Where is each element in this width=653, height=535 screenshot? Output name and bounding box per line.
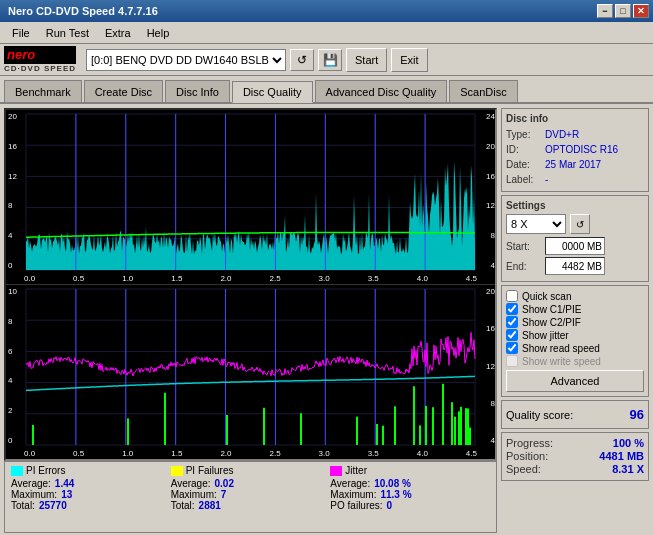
nero-subtitle: CD·DVD SPEED (4, 64, 76, 73)
position-value: 4481 MB (599, 450, 644, 462)
speed-value: 8.31 X (612, 463, 644, 475)
speed-refresh-button[interactable]: ↺ (570, 214, 590, 234)
jitter-label: Jitter (345, 465, 367, 476)
menu-bar: File Run Test Extra Help (0, 22, 653, 44)
close-button[interactable]: ✕ (633, 4, 649, 18)
disc-label-value: - (545, 172, 548, 187)
pi-errors-avg-value: 1.44 (55, 478, 74, 489)
id-value: OPTODISC R16 (545, 142, 618, 157)
pi-errors-color (11, 466, 23, 476)
menu-extra[interactable]: Extra (97, 25, 139, 41)
advanced-button[interactable]: Advanced (506, 370, 644, 392)
show-jitter-checkbox[interactable] (506, 329, 518, 341)
speed-select[interactable]: 8 X 4 X 2 X Maximum (506, 214, 566, 234)
quality-score: 96 (630, 407, 644, 422)
exit-button[interactable]: Exit (391, 48, 427, 72)
bottom-chart-y-right: 20161284 (477, 287, 495, 445)
progress-label: Progress: (506, 437, 553, 449)
save-button[interactable]: 💾 (318, 49, 342, 71)
pi-failures-max-value: 7 (221, 489, 227, 500)
show-read-speed-label: Show read speed (522, 343, 600, 354)
tab-disc-quality[interactable]: Disc Quality (232, 81, 313, 103)
start-button[interactable]: Start (346, 48, 387, 72)
pi-failures-avg-label: Average: (171, 478, 211, 489)
top-chart-y-left: 201612840 (8, 112, 24, 270)
disc-label-label: Label: (506, 172, 541, 187)
start-label: Start: (506, 241, 541, 252)
pi-errors-total-label: Total: (11, 500, 35, 511)
po-failures-label: PO failures: (330, 500, 382, 511)
date-value: 25 Mar 2017 (545, 157, 601, 172)
charts-container: 201612840 2420161284 0.00.51.01.52.02.53… (4, 108, 497, 461)
title-bar: Nero CD-DVD Speed 4.7.7.16 − □ ✕ (0, 0, 653, 22)
end-label: End: (506, 261, 541, 272)
top-chart-x: 0.00.51.01.52.02.53.03.54.04.5 (24, 274, 477, 283)
maximize-button[interactable]: □ (615, 4, 631, 18)
pi-errors-avg-label: Average: (11, 478, 51, 489)
pi-failures-max-label: Maximum: (171, 489, 217, 500)
show-read-speed-checkbox[interactable] (506, 342, 518, 354)
type-label: Type: (506, 127, 541, 142)
drive-selector[interactable]: [0:0] BENQ DVD DD DW1640 BSLB (86, 49, 286, 71)
disc-info-section: Disc info Type: DVD+R ID: OPTODISC R16 D… (501, 108, 649, 192)
disc-info-title: Disc info (506, 113, 644, 124)
jitter-avg-label: Average: (330, 478, 370, 489)
pi-failures-avg-value: 0.02 (215, 478, 234, 489)
app-title: Nero CD-DVD Speed 4.7.7.16 (4, 5, 158, 17)
top-chart-y-right: 2420161284 (477, 112, 495, 270)
menu-file[interactable]: File (4, 25, 38, 41)
show-jitter-label: Show jitter (522, 330, 569, 341)
pi-errors-stat: PI Errors Average: 1.44 Maximum: 13 Tota… (11, 465, 171, 529)
refresh-button[interactable]: ↺ (290, 49, 314, 71)
settings-title: Settings (506, 200, 644, 211)
id-label: ID: (506, 142, 541, 157)
pi-errors-total-value: 25770 (39, 500, 67, 511)
nero-logo: nero (4, 46, 76, 64)
tab-disc-info[interactable]: Disc Info (165, 80, 230, 102)
chart-stats-area: 201612840 2420161284 0.00.51.01.52.02.53… (4, 108, 497, 533)
show-c1pie-checkbox[interactable] (506, 303, 518, 315)
jitter-color (330, 466, 342, 476)
position-label: Position: (506, 450, 548, 462)
speed-label: Speed: (506, 463, 541, 475)
po-failures-value: 0 (387, 500, 393, 511)
pi-failures-stat: PI Failures Average: 0.02 Maximum: 7 Tot… (171, 465, 331, 529)
jitter-max-label: Maximum: (330, 489, 376, 500)
menu-run-test[interactable]: Run Test (38, 25, 97, 41)
quick-scan-checkbox[interactable] (506, 290, 518, 302)
bottom-chart: 1086420 20161284 0.00.51.01.52.02.53.03.… (6, 285, 495, 459)
pi-errors-label: PI Errors (26, 465, 65, 476)
pi-failures-label: PI Failures (186, 465, 234, 476)
show-c2pif-checkbox[interactable] (506, 316, 518, 328)
show-c1pie-label: Show C1/PIE (522, 304, 581, 315)
quality-label: Quality score: (506, 409, 573, 421)
pi-errors-max-value: 13 (61, 489, 72, 500)
stats-bar: PI Errors Average: 1.44 Maximum: 13 Tota… (4, 461, 497, 533)
jitter-avg-value: 10.08 % (374, 478, 411, 489)
tab-benchmark[interactable]: Benchmark (4, 80, 82, 102)
pi-failures-total-value: 2881 (199, 500, 221, 511)
top-chart: 201612840 2420161284 0.00.51.01.52.02.53… (6, 110, 495, 285)
tab-advanced-disc-quality[interactable]: Advanced Disc Quality (315, 80, 448, 102)
start-input[interactable] (545, 237, 605, 255)
end-input[interactable] (545, 257, 605, 275)
nero-logo-area: nero CD·DVD SPEED (4, 46, 76, 73)
jitter-stat: Jitter Average: 10.08 % Maximum: 11.3 % … (330, 465, 490, 529)
progress-section: Progress: 100 % Position: 4481 MB Speed:… (501, 432, 649, 481)
quick-scan-label: Quick scan (522, 291, 571, 302)
minimize-button[interactable]: − (597, 4, 613, 18)
menu-help[interactable]: Help (139, 25, 178, 41)
tab-scandisc[interactable]: ScanDisc (449, 80, 517, 102)
progress-value: 100 % (613, 437, 644, 449)
show-write-speed-checkbox[interactable] (506, 355, 518, 367)
quality-section: Quality score: 96 (501, 400, 649, 429)
window-controls: − □ ✕ (597, 4, 649, 18)
show-write-speed-label: Show write speed (522, 356, 601, 367)
show-c2pif-label: Show C2/PIF (522, 317, 581, 328)
bottom-chart-x: 0.00.51.01.52.02.53.03.54.04.5 (24, 449, 477, 458)
tab-create-disc[interactable]: Create Disc (84, 80, 163, 102)
settings-section: Settings 8 X 4 X 2 X Maximum ↺ Start: En… (501, 195, 649, 282)
right-panel: Disc info Type: DVD+R ID: OPTODISC R16 D… (501, 108, 649, 533)
date-label: Date: (506, 157, 541, 172)
bottom-chart-y-left: 1086420 (8, 287, 24, 445)
